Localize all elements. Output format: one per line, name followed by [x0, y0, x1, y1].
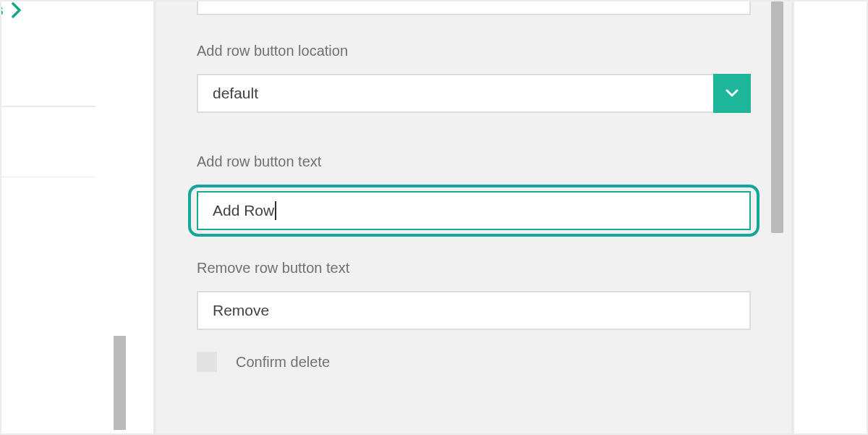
field-remove-row-button-text: Remove row button text Remove — [197, 260, 751, 330]
dropdown-toggle-button[interactable] — [713, 74, 751, 113]
sidebar-divider — [1, 106, 95, 107]
field-add-row-button-text: Add row button text Add Row — [197, 153, 751, 237]
dropdown-value: default — [197, 74, 713, 113]
previous-field-input[interactable] — [197, 1, 751, 15]
field-label: Add row button text — [197, 153, 751, 170]
input-value: Remove — [213, 302, 269, 319]
add-row-text-input[interactable]: Add Row — [197, 191, 751, 230]
input-value: Add Row — [213, 202, 274, 219]
text-caret — [275, 201, 276, 220]
confirm-delete-checkbox[interactable] — [197, 352, 217, 372]
chevron-right-icon — [11, 2, 22, 18]
field-label: Add row button location — [197, 43, 751, 59]
settings-panel-body: Add row button location default Add row … — [153, 1, 794, 434]
app-frame: erties Add row button location default — [0, 0, 868, 435]
remove-row-text-input[interactable]: Remove — [197, 291, 751, 330]
settings-panel: Add row button location default Add row … — [153, 1, 794, 434]
field-label: Remove row button text — [197, 260, 751, 276]
sidebar-item-properties[interactable]: erties — [1, 1, 132, 19]
focused-outline: Add Row — [188, 185, 760, 237]
sidebar: erties — [1, 1, 132, 434]
field-add-row-button-location: Add row button location default — [197, 43, 751, 113]
sidebar-divider — [1, 177, 95, 178]
scrollbar-thumb[interactable] — [771, 1, 783, 233]
sidebar-item-label: erties — [1, 1, 4, 19]
checkbox-label: Confirm delete — [236, 354, 330, 371]
chevron-down-icon — [726, 89, 739, 98]
field-confirm-delete: Confirm delete — [197, 352, 751, 372]
scrollbar-thumb[interactable] — [114, 336, 126, 430]
add-row-location-dropdown[interactable]: default — [197, 74, 751, 113]
